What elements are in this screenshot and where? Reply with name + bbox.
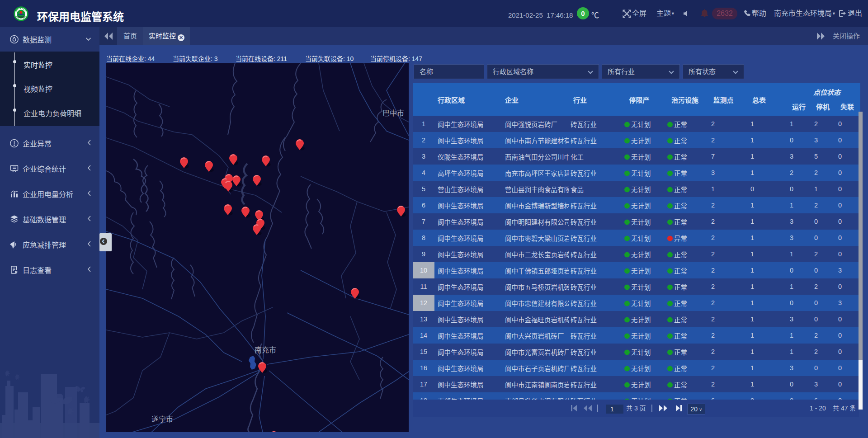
svg-text:遂宁市: 遂宁市 <box>151 415 173 423</box>
svg-text:巴中市: 巴中市 <box>382 109 404 117</box>
svg-text:南充市: 南充市 <box>255 346 276 354</box>
